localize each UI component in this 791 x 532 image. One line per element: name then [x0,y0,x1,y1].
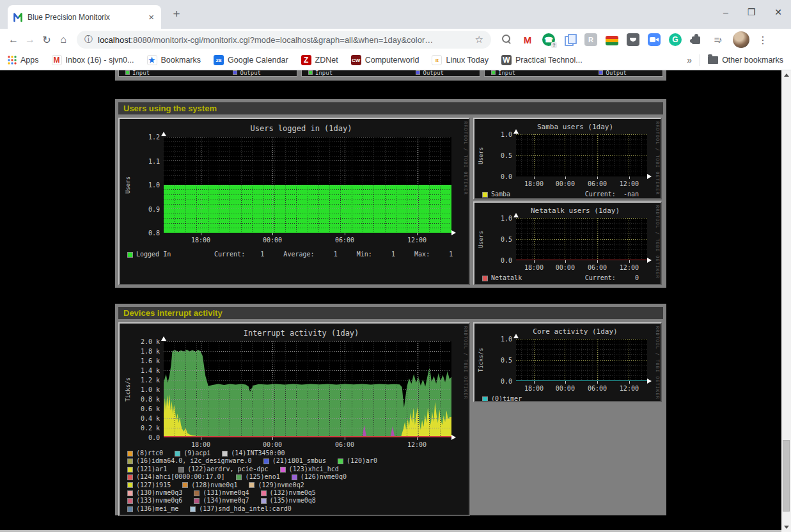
graph-interrupt-activity[interactable]: Interrupt activity (1day)Ticks/s2.0 k1.8… [118,322,470,516]
maximize-button[interactable]: ❒ [748,7,756,17]
plot-area [164,137,451,233]
legend-swatch [261,490,267,496]
x-tick-label: 18:00 [521,385,547,392]
graph-users-logged-in[interactable]: Users logged in (1day)Users1.21.11.00.90… [118,118,470,285]
x-tick-mark [597,176,598,179]
graph-netatalk-users[interactable]: Netatalk users (1day)Users1.00.50.018:00… [473,201,662,285]
bookmark-label: Bookmarks [161,56,201,65]
rrdtool-watermark: RRDTOOL / TOBI OETIKER [463,326,468,400]
bookmark-practical-technology[interactable]: WPractical Technol... [501,55,583,65]
graph-title: Interrupt activity (1day) [145,329,458,338]
graph-samba-users[interactable]: Samba users (1day)Users1.00.50.018:0000:… [473,118,662,199]
bookmark-linux-today[interactable]: ltLinux Today [432,55,489,65]
legend-stats: Current: 1 Average: 1 Min: 1 Max: 1 [214,251,453,258]
scrollbar-up-arrow[interactable] [781,70,791,80]
stub-graph-panel[interactable]: InputOutput [301,70,480,77]
stub-graph-panel[interactable]: InputOutput [484,70,663,77]
legend-swatch [194,498,200,504]
reload-button[interactable]: ↻ [38,34,55,46]
y-axis-label: Users [125,137,131,233]
minimize-button[interactable]: – [723,7,728,17]
bookmark-google-calendar[interactable]: 28Google Calendar [214,55,288,65]
stub-legend-input: Input [125,70,150,76]
legend-swatch [127,467,133,473]
plot-area [516,134,647,176]
graph-legend: NetatalkCurrent: 0 [482,274,654,282]
computerworld-icon: CW [351,55,361,65]
y-tick-label: 0.4 k [133,415,160,422]
legend-label: (123)xhci_hcd [289,465,339,473]
tab-strip: Blue Precision Monitorix × + –❒✕ [0,0,791,29]
y-tick-label: 1.2 k [133,377,160,384]
legend-item: (124)ahci[0000:00:17.0] [127,473,224,481]
y-tick-label: 0.0 [485,378,512,385]
y-tick-label: 0.5 [485,152,512,159]
legend-swatch [127,252,133,258]
stub-legend-input: Input [308,70,333,76]
browser-tab[interactable]: Blue Precision Monitorix × [8,5,161,29]
bookmark-apps[interactable]: Apps [8,56,39,65]
section-users-title: Users using the system [118,102,663,114]
url-text[interactable]: localhost:8080/monitorix-cgi/monitorix.c… [98,35,470,45]
page-info-icon[interactable]: ⓘ [84,34,93,45]
legend-swatch [482,396,488,402]
legend-row: (127)i915(128)nvme0q1(129)nvme0q2 [127,481,462,489]
section-interrupts: Devices interrupt activity Interrupt act… [115,304,666,515]
bookmarks-overflow-icon[interactable]: » [687,55,692,65]
legend-swatch [190,506,196,512]
bookmarks-bar: AppsMInbox (16) - sjvn0...★Bookmarks28Go… [0,51,791,70]
bookmark-computerworld[interactable]: CWComputerworld [351,55,419,65]
bookmarks-separator [700,54,700,66]
legend-swatch [194,490,200,496]
bookmark-zdnet[interactable]: ZZDNet [301,55,338,65]
copy-pages-icon[interactable] [563,33,576,46]
tab-close-icon[interactable]: × [146,12,156,22]
books-icon[interactable] [606,36,618,45]
search-icon[interactable] [500,33,513,46]
bookmark-star-icon[interactable]: ☆ [475,34,483,45]
gmail-icon[interactable]: M [521,33,534,46]
x-tick-label: 12:00 [616,385,642,392]
page-scrollbar[interactable] [781,70,791,532]
legend-row: (0)timer [482,395,654,402]
legend-label: (134)nvme0q7 [203,497,249,505]
playlist-icon[interactable]: ≡♪ [711,33,724,46]
grammarly-icon[interactable]: G [669,33,682,46]
bookmarks-icon: ★ [147,55,157,65]
y-axis-label: Ticks/s [125,341,131,437]
voice-icon[interactable]: ☎ [542,33,555,46]
bookmark-inbox[interactable]: MInbox (16) - sjvn0... [52,55,134,65]
rrdtool-watermark: RRDTOOL / TOBI OETIKER [655,121,660,195]
profile-avatar[interactable] [733,31,749,48]
legend-swatch [491,70,496,75]
scrollbar-down-arrow[interactable] [781,522,791,532]
other-bookmarks-button[interactable]: Other bookmarks [708,56,783,65]
stub-graph-panel[interactable]: InputOutput [118,70,297,77]
legend-stats: Current: 0 [585,274,639,282]
browser-menu-icon[interactable]: ⋮ [757,34,769,46]
graph-core-activity[interactable]: Core activity (1day)Ticks/s1.00.50.018:0… [473,322,662,402]
reader-extension-icon[interactable]: R [584,33,597,46]
close-button[interactable]: ✕ [774,7,782,17]
home-button[interactable]: ⌂ [55,34,72,45]
y-axis-label: Users [478,134,484,176]
y-tick-label: 1.1 [133,158,160,165]
zoom-icon[interactable] [648,33,661,46]
url-host: localhost [98,35,130,45]
back-button[interactable]: ← [5,34,22,45]
bookmark-bookmarks[interactable]: ★Bookmarks [147,55,201,65]
apps-grid-icon [8,56,17,65]
y-tick-label: 0.0 [133,434,160,441]
x-tick-label: 06:00 [584,385,610,392]
x-tick-label: 00:00 [552,385,578,392]
legend-label: Netatalk [491,274,522,282]
address-bar[interactable]: ⓘ localhost:8080/monitorix-cgi/monitorix… [77,31,491,49]
x-axis-arrow [647,258,652,263]
new-tab-button[interactable]: + [169,7,184,21]
practical-technology-icon: W [501,55,512,65]
legend-swatch [233,70,237,75]
scrollbar-thumb[interactable] [783,440,790,512]
extensions-puzzle-icon[interactable] [690,33,703,46]
legend-item: (9)acpi [175,450,210,457]
pocket-icon[interactable] [627,33,639,46]
